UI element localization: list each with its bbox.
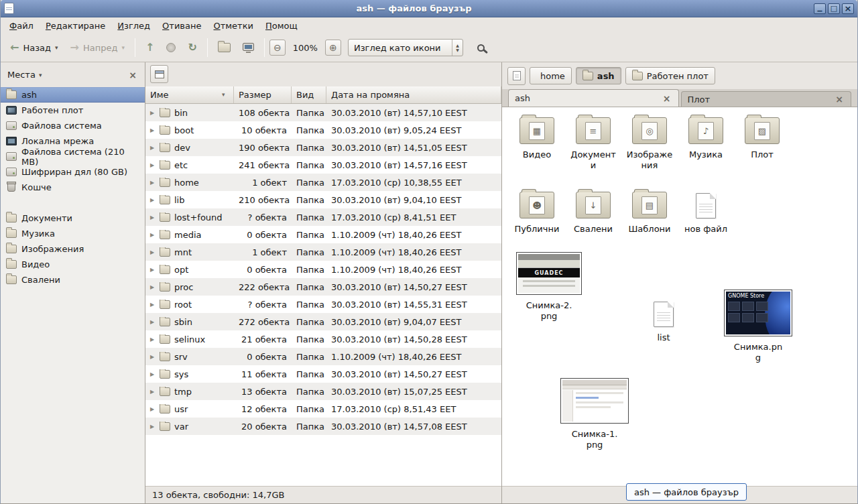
- zoom-in-button[interactable]: ⊕: [325, 40, 341, 56]
- expander-icon[interactable]: ▶: [150, 232, 156, 238]
- tab[interactable]: ash ×: [508, 89, 679, 107]
- table-row[interactable]: ▶ tmp 13 обекта Папка 30.03.2010 (вт) 15…: [145, 383, 501, 400]
- expander-icon[interactable]: ▶: [150, 284, 156, 290]
- table-row[interactable]: ▶ boot 10 обекта Папка 30.03.2010 (вт) 9…: [145, 121, 501, 139]
- sidebar-item[interactable]: [1, 195, 145, 210]
- computer-button[interactable]: [237, 38, 259, 58]
- places-combo-arrow-icon[interactable]: ▾: [39, 72, 42, 78]
- menu-item[interactable]: Изглед: [111, 19, 156, 33]
- back-dropdown-icon[interactable]: ▾: [55, 44, 58, 51]
- table-row[interactable]: ▶ etc 241 обекта Папка 30.03.2010 (вт) 1…: [145, 156, 501, 174]
- view-mode-select[interactable]: Изглед като икони: [348, 39, 463, 56]
- expander-icon[interactable]: ▶: [150, 162, 156, 168]
- sidebar-item[interactable]: Изображения: [1, 241, 145, 257]
- table-row[interactable]: ▶ sys 11 обекта Папка 30.03.2010 (вт) 14…: [145, 365, 501, 383]
- icon-view-item[interactable]: ↓ Свалени: [567, 192, 619, 235]
- table-row[interactable]: ▶ root ? обекта Папка 30.03.2010 (вт) 14…: [145, 296, 501, 313]
- icon-view-item[interactable]: ▤ Шаблони: [623, 192, 676, 235]
- icon-view-item[interactable]: ☻ Публични: [511, 192, 563, 235]
- table-row[interactable]: ▶ dev 190 обекта Папка 30.03.2010 (вт) 1…: [145, 139, 501, 156]
- expander-icon[interactable]: ▶: [150, 424, 156, 430]
- table-row[interactable]: ▶ sbin 272 обекта Папка 30.03.2010 (вт) …: [145, 313, 501, 330]
- sidebar-item[interactable]: Работен плот: [1, 103, 145, 118]
- column-header[interactable]: Размер: [234, 86, 292, 103]
- close-button[interactable]: [842, 3, 854, 14]
- expander-icon[interactable]: ▶: [150, 389, 156, 395]
- places-close-button[interactable]: ×: [126, 70, 139, 80]
- expander-icon[interactable]: ▶: [150, 197, 156, 203]
- maximize-button[interactable]: [828, 3, 840, 14]
- expander-icon[interactable]: ▶: [150, 145, 156, 151]
- table-row[interactable]: ▶ srv 0 обекта Папка 1.10.2009 (чт) 18,4…: [145, 348, 501, 365]
- table-row[interactable]: ▶ lib 210 обекта Папка 30.03.2010 (вт) 9…: [145, 191, 501, 208]
- table-row[interactable]: ▶ home 1 обект Папка 17.03.2010 (ср) 10,…: [145, 174, 501, 191]
- stop-button[interactable]: [161, 38, 181, 57]
- table-row[interactable]: ▶ bin 108 обекта Папка 30.03.2010 (вт) 1…: [145, 104, 501, 121]
- tab-close-icon[interactable]: ×: [662, 94, 672, 103]
- table-row[interactable]: ▶ var 20 обекта Папка 30.03.2010 (вт) 14…: [145, 418, 501, 435]
- expander-icon[interactable]: ▶: [150, 354, 156, 360]
- table-row[interactable]: ▶ mnt 1 обект Папка 1.10.2009 (чт) 18,40…: [145, 243, 501, 261]
- zoom-out-button[interactable]: ⊖: [269, 40, 286, 56]
- sidebar-item[interactable]: Музика: [1, 226, 145, 241]
- reload-button[interactable]: ↻: [182, 38, 202, 58]
- tab[interactable]: Плот ×: [681, 91, 852, 107]
- icon-view-item[interactable]: GNOME Store Снимка.png: [723, 290, 793, 363]
- icon-view-item[interactable]: ≡ Документи: [567, 117, 619, 170]
- pathbar-button[interactable]: Работен плот: [625, 67, 715, 84]
- expander-icon[interactable]: ▶: [150, 302, 156, 308]
- menu-item[interactable]: Файл: [3, 19, 40, 33]
- sidebar-item[interactable]: Кошче: [1, 180, 145, 195]
- sidebar-item[interactable]: Файлова система (210 MB): [1, 149, 145, 164]
- expander-icon[interactable]: ▶: [150, 336, 156, 342]
- expander-icon[interactable]: ▶: [150, 267, 156, 273]
- menu-item[interactable]: Отиване: [156, 19, 207, 33]
- expander-icon[interactable]: ▶: [150, 127, 156, 133]
- home-button[interactable]: [212, 38, 236, 57]
- menu-item[interactable]: Редактиране: [40, 19, 111, 33]
- column-header[interactable]: Дата на промяна: [326, 86, 501, 103]
- back-button[interactable]: ← Назад ▾: [5, 38, 64, 58]
- icon-view-item[interactable]: ♪ Музика: [680, 117, 732, 170]
- minimize-button[interactable]: [814, 3, 826, 14]
- sidebar-item[interactable]: Шифриран дял (80 GB): [1, 164, 145, 180]
- pathbar-button[interactable]: home: [530, 67, 572, 84]
- sidebar-item[interactable]: Файлова система: [1, 118, 145, 133]
- icon-view-item[interactable]: ▨ Плот: [736, 117, 788, 170]
- expander-icon[interactable]: ▶: [150, 371, 156, 377]
- expander-icon[interactable]: ▶: [150, 214, 156, 220]
- icon-view-item[interactable]: ◎ Изображения: [623, 117, 676, 170]
- menu-item[interactable]: Помощ: [259, 19, 304, 33]
- menu-item[interactable]: Отметки: [208, 19, 260, 33]
- sidebar-item[interactable]: ash: [1, 87, 145, 103]
- search-button[interactable]: [471, 38, 491, 58]
- forward-button[interactable]: → Напред ▾: [65, 38, 130, 58]
- table-row[interactable]: ▶ proc 222 обекта Папка 30.03.2010 (вт) …: [145, 278, 501, 296]
- table-row[interactable]: ▶ opt 0 обекта Папка 1.10.2009 (чт) 18,4…: [145, 261, 501, 278]
- column-header[interactable]: Вид: [292, 86, 326, 103]
- spinner-arrows-icon[interactable]: [452, 40, 463, 56]
- icon-view-item[interactable]: list: [629, 300, 698, 343]
- pane-toggle-button[interactable]: [150, 65, 168, 83]
- icon-view-item[interactable]: GUADEC Снимка-2.png: [514, 252, 584, 321]
- table-row[interactable]: ▶ media 0 обекта Папка 1.10.2009 (чт) 18…: [145, 226, 501, 243]
- icon-view-item[interactable]: Снимка-1.png: [560, 378, 629, 450]
- tab-close-icon[interactable]: ×: [834, 94, 845, 104]
- table-row[interactable]: ▶ selinux 21 обекта Папка 30.03.2010 (вт…: [145, 330, 501, 348]
- expander-icon[interactable]: ▶: [150, 319, 156, 325]
- window-menu-icon[interactable]: [4, 3, 14, 14]
- expander-icon[interactable]: ▶: [150, 406, 156, 412]
- up-button[interactable]: ↑: [140, 38, 160, 58]
- icon-view-item[interactable]: нов файл: [680, 192, 732, 235]
- expander-icon[interactable]: ▶: [150, 249, 156, 255]
- pathbar-root-button[interactable]: [507, 67, 526, 85]
- column-header[interactable]: Име: [145, 86, 234, 103]
- sidebar-item[interactable]: Документи: [1, 210, 145, 226]
- table-row[interactable]: ▶ lost+found ? обекта Папка 17.03.2010 (…: [145, 208, 501, 226]
- pathbar-button[interactable]: ash: [576, 67, 621, 84]
- expander-icon[interactable]: ▶: [150, 180, 156, 186]
- sidebar-item[interactable]: Свалени: [1, 272, 145, 288]
- sidebar-item[interactable]: Видео: [1, 257, 145, 272]
- table-row[interactable]: ▶ usr 12 обекта Папка 17.03.2010 (ср) 8,…: [145, 400, 501, 418]
- icon-view-item[interactable]: ▦ Видео: [511, 117, 563, 170]
